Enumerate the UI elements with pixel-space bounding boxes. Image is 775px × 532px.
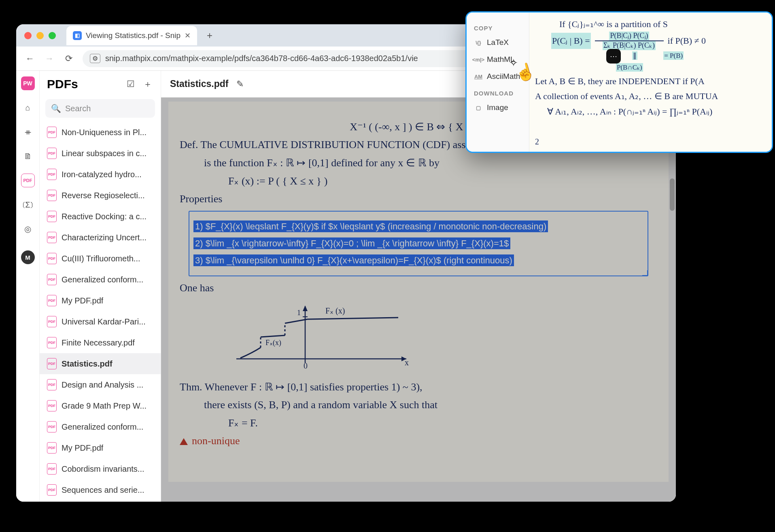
close-tab-button[interactable]: ✕ bbox=[185, 31, 191, 40]
file-item[interactable]: PDFReactive Docking: a c... bbox=[40, 206, 161, 227]
cdf-chart: 0 x 1 Fₓ (x) Fₓ(x) bbox=[220, 302, 414, 371]
pdf-icon: PDF bbox=[47, 232, 57, 243]
pdf-icon: PDF bbox=[47, 421, 57, 432]
file-item[interactable]: PDFDesign and Analysis ... bbox=[40, 374, 161, 395]
pdf-icon: PDF bbox=[47, 169, 57, 180]
file-item[interactable]: PDFMy PDF.pdf bbox=[40, 437, 161, 458]
pdf-icon: PDF bbox=[47, 316, 57, 327]
browser-tab[interactable]: ◧ Viewing Statistics.pdf - Snip ✕ bbox=[66, 26, 197, 45]
search-input[interactable]: 🔍 Search bbox=[45, 99, 155, 118]
file-item[interactable]: PDFReverse Regioselecti... bbox=[40, 185, 161, 206]
add-file-button[interactable]: ＋ bbox=[142, 78, 153, 90]
note-text: P(B|Cⱼ) P(Cⱼ) bbox=[609, 32, 649, 40]
page-text: Fₓ = F. bbox=[180, 417, 657, 429]
latex-icon: \{} bbox=[474, 39, 483, 46]
site-settings-icon[interactable]: ⚙ bbox=[90, 54, 100, 63]
file-name: Generalized conform... bbox=[62, 275, 143, 284]
menu-label: LaTeX bbox=[487, 38, 509, 47]
popup-preview: ⋯ If {Cⱼ}ⱼ₌₁^∞ is a partition of S P(Cⱼ … bbox=[529, 13, 772, 152]
file-name: Generalized conform... bbox=[62, 422, 143, 432]
file-item[interactable]: PDFFinite Necessary.pdf bbox=[40, 332, 161, 353]
file-item[interactable]: PDFCobordism invariants... bbox=[40, 458, 161, 479]
maximize-window-button[interactable] bbox=[49, 32, 56, 39]
download-image-item[interactable]: ▢ Image bbox=[467, 99, 529, 116]
selection-text: 3) $\lim _{\varepsilon \unlhd 0} F_{X}(x… bbox=[193, 254, 514, 266]
copy-asciimath-item[interactable]: AM AsciiMath bbox=[467, 68, 529, 85]
file-name: Reactive Docking: a c... bbox=[62, 212, 147, 221]
file-item[interactable]: PDFUniversal Kardar-Pari... bbox=[40, 311, 161, 332]
page-text: Properties bbox=[180, 193, 657, 205]
file-item[interactable]: PDFMy PDF.pdf bbox=[40, 290, 161, 311]
file-name: Cu(III) Trifluorometh... bbox=[62, 254, 140, 263]
file-name: Design and Analysis ... bbox=[62, 380, 143, 390]
file-item[interactable]: PDFGeneralized conform... bbox=[40, 269, 161, 290]
tab-title: Viewing Statistics.pdf - Snip bbox=[86, 31, 180, 40]
file-item[interactable]: PDFStatistics.pdf bbox=[40, 353, 161, 374]
file-item[interactable]: PDFCu(III) Trifluorometh... bbox=[40, 248, 161, 269]
svg-line-12 bbox=[308, 318, 398, 319]
note-text: P(Cⱼ | B) = bbox=[551, 33, 591, 49]
pdf-icon: PDF bbox=[47, 484, 57, 496]
selection-text: 1) $F_{X}(x) \leqslant F_{X}(y)$ if $x \… bbox=[193, 220, 548, 232]
select-mode-icon[interactable]: ☑ bbox=[125, 78, 136, 90]
file-item[interactable]: PDFNon-Uniqueness in Pl... bbox=[40, 122, 161, 143]
selection-box[interactable]: 1) $F_{X}(x) \leqslant F_{X}(y)$ if $x \… bbox=[189, 211, 648, 276]
close-window-button[interactable] bbox=[24, 32, 32, 39]
file-item[interactable]: PDFLinear subspaces in c... bbox=[40, 143, 161, 164]
search-doc-icon[interactable]: ◎ bbox=[21, 222, 35, 236]
edit-title-icon[interactable]: ✎ bbox=[234, 78, 246, 90]
file-name: Universal Kardar-Pari... bbox=[62, 317, 146, 326]
scrollbar-thumb[interactable] bbox=[670, 178, 675, 211]
file-name: My PDF.pdf bbox=[62, 443, 103, 453]
svg-line-11 bbox=[285, 319, 308, 323]
file-name: Cobordism invariants... bbox=[62, 464, 144, 474]
pdf-icon: PDF bbox=[47, 274, 57, 285]
popup-section-download: DOWNLOAD bbox=[467, 87, 529, 99]
pdf-nav-icon[interactable]: PDF bbox=[21, 174, 35, 187]
forward-button[interactable]: → bbox=[44, 53, 55, 64]
svg-line-9 bbox=[261, 335, 285, 337]
copy-mathml-item[interactable]: <m|> MathML bbox=[467, 51, 529, 68]
file-item[interactable]: PDFGeneralized conform... bbox=[40, 416, 161, 437]
file-item[interactable]: PDFSequences and serie... bbox=[40, 479, 161, 500]
pdf-icon: PDF bbox=[47, 337, 57, 348]
pdf-icon: PDF bbox=[47, 211, 57, 222]
svg-text:1: 1 bbox=[297, 309, 301, 317]
menu-label: Image bbox=[487, 103, 508, 112]
file-item[interactable]: PDFCharacterizing Uncert... bbox=[40, 227, 161, 248]
back-button[interactable]: ← bbox=[24, 53, 36, 64]
mathml-icon: <m|> bbox=[474, 56, 483, 63]
copy-latex-item[interactable]: \{} LaTeX bbox=[467, 34, 529, 51]
tree-icon[interactable]: ᚑ bbox=[21, 125, 35, 139]
search-icon: 🔍 bbox=[51, 104, 61, 113]
svg-text:Fₓ (x): Fₓ (x) bbox=[325, 306, 345, 316]
file-name: Finite Necessary.pdf bbox=[62, 338, 135, 348]
file-item[interactable]: PDFIron-catalyzed hydro... bbox=[40, 164, 161, 185]
avatar[interactable]: M bbox=[21, 250, 35, 264]
file-name: My PDF.pdf bbox=[62, 296, 103, 305]
file-name: Iron-catalyzed hydro... bbox=[62, 170, 142, 179]
scan-icon[interactable]: ⟮Σ⟯ bbox=[21, 198, 35, 212]
popup-menu: COPY \{} LaTeX <m|> MathML AM AsciiMath … bbox=[467, 13, 529, 152]
reload-button[interactable]: ⟳ bbox=[63, 53, 74, 64]
window-controls bbox=[24, 32, 56, 39]
file-name: Characterizing Uncert... bbox=[62, 233, 147, 242]
note-text: ‖ bbox=[632, 51, 637, 60]
logo-icon[interactable]: PW bbox=[21, 76, 35, 90]
document-viewport[interactable]: ↕ X⁻¹ ( (-∞, x ] ) ∈ B ⇔ { X ≤ x } Def. … bbox=[161, 97, 676, 502]
pdf-icon: PDF bbox=[47, 442, 57, 454]
minimize-window-button[interactable] bbox=[36, 32, 44, 39]
document-icon[interactable]: 🗎 bbox=[21, 149, 35, 163]
app-menu-button[interactable]: ⋯ bbox=[606, 49, 621, 64]
file-name: Sequences and serie... bbox=[62, 485, 144, 495]
note-text: ∀ Aᵢ₁, Aᵢ₂, …, Aᵢₙ : P(∩ⱼ₌₁ⁿ Aᵢⱼ) = ∏ⱼ₌₁… bbox=[535, 104, 766, 119]
file-item[interactable]: PDFGrade 9 Math Prep W... bbox=[40, 395, 161, 416]
file-list[interactable]: PDFNon-Uniqueness in Pl...PDFLinear subs… bbox=[40, 122, 161, 502]
new-tab-button[interactable]: + bbox=[203, 29, 217, 42]
warning-icon bbox=[180, 438, 188, 445]
resize-handle-icon[interactable] bbox=[642, 270, 648, 276]
document-title: Statistics.pdf bbox=[170, 78, 228, 89]
pdf-icon: PDF bbox=[47, 295, 57, 306]
page-text: there exists (S, B, P) and a random vari… bbox=[180, 399, 657, 411]
home-icon[interactable]: ⌂ bbox=[21, 101, 35, 114]
